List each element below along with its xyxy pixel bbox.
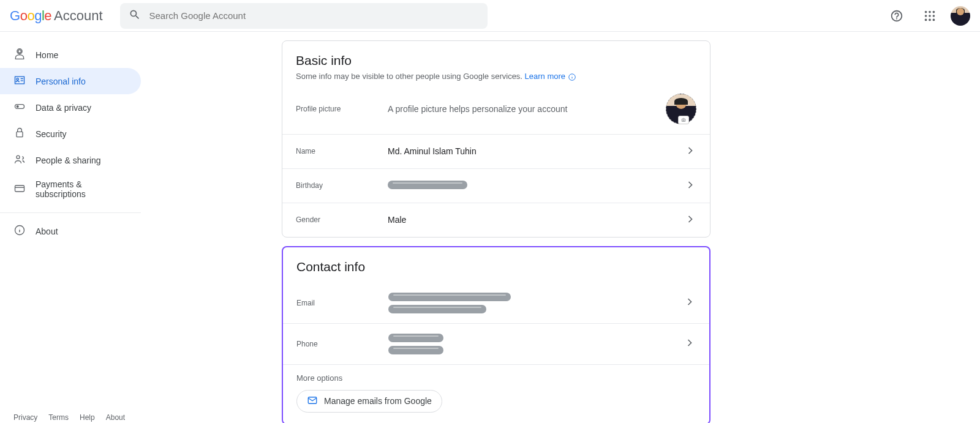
search-icon: [129, 9, 141, 23]
card-subtitle: Some info may be visible to other people…: [296, 72, 696, 81]
sidebar-item-people-sharing[interactable]: People & sharing: [0, 147, 141, 173]
row-label: Gender: [296, 215, 388, 224]
row-label: Phone: [296, 340, 388, 348]
svg-point-7: [929, 18, 931, 21]
main-content: Basic info Some info may be visible to o…: [282, 32, 980, 423]
row-value: [388, 293, 684, 313]
redacted-value: [388, 305, 486, 313]
profile-picture-row[interactable]: Profile picture A profile picture helps …: [282, 88, 710, 134]
sidebar-item-security[interactable]: Security: [0, 121, 141, 147]
svg-point-1: [929, 10, 931, 13]
name-row[interactable]: Name Md. Aminul Islam Tuhin: [282, 134, 710, 168]
sidebar-item-label: About: [36, 226, 58, 236]
sidebar-item-label: Data & privacy: [36, 103, 91, 113]
footer-privacy-link[interactable]: Privacy: [13, 413, 37, 422]
learn-more-link[interactable]: Learn more: [525, 72, 565, 81]
svg-point-13: [17, 155, 20, 159]
sidebar-item-label: People & sharing: [36, 155, 101, 165]
people-icon: [13, 153, 26, 167]
info-icon: [13, 224, 26, 238]
sidebar: Home Personal info Data & privacy Securi…: [0, 32, 159, 423]
row-label: Email: [296, 299, 388, 307]
camera-icon: [678, 116, 689, 124]
sidebar-item-payments[interactable]: Payments & subscriptions: [0, 173, 141, 205]
manage-emails-button[interactable]: Manage emails from Google: [296, 390, 442, 413]
header: Google Account: [0, 0, 980, 32]
sidebar-item-personal-info[interactable]: Personal info: [0, 68, 141, 94]
phone-row[interactable]: Phone: [283, 323, 709, 364]
header-actions: [884, 4, 970, 28]
mail-icon: [307, 395, 318, 408]
sidebar-item-data-privacy[interactable]: Data & privacy: [0, 94, 141, 121]
basic-info-card: Basic info Some info may be visible to o…: [282, 40, 710, 238]
card-title: Basic info: [296, 53, 696, 68]
email-row[interactable]: Email: [283, 283, 709, 323]
row-value: Md. Aminul Islam Tuhin: [388, 146, 684, 156]
footer-help-link[interactable]: Help: [80, 413, 95, 422]
svg-point-6: [925, 18, 927, 21]
search-bar[interactable]: [120, 3, 488, 29]
svg-rect-12: [17, 132, 23, 137]
svg-point-17: [683, 119, 684, 121]
chevron-right-icon: [684, 337, 696, 351]
product-name: Account: [54, 8, 103, 24]
subtitle-text: Some info may be visible to other people…: [296, 72, 525, 81]
svg-point-4: [929, 15, 931, 17]
row-value: [388, 334, 684, 354]
row-label: Birthday: [296, 181, 388, 190]
svg-rect-14: [15, 185, 24, 192]
redacted-value: [388, 334, 443, 342]
redacted-value: [388, 293, 511, 301]
redacted-value: [388, 181, 467, 189]
toggle-icon: [13, 100, 26, 114]
sidebar-item-label: Personal info: [36, 77, 86, 86]
sidebar-divider: [0, 212, 141, 213]
help-icon[interactable]: [884, 4, 909, 28]
svg-point-0: [925, 10, 927, 13]
sidebar-item-home[interactable]: Home: [0, 42, 141, 68]
svg-point-8: [933, 18, 935, 21]
chevron-right-icon: [684, 296, 696, 310]
svg-point-9: [17, 78, 18, 80]
row-value: [388, 181, 684, 191]
home-icon: [13, 48, 26, 62]
svg-point-2: [933, 10, 935, 13]
account-avatar[interactable]: [951, 6, 970, 26]
row-label: Profile picture: [296, 105, 388, 113]
lock-icon: [13, 127, 26, 141]
svg-point-5: [933, 15, 935, 17]
svg-point-3: [925, 15, 927, 17]
google-wordmark: Google: [10, 8, 51, 24]
sidebar-item-label: Home: [36, 50, 58, 60]
footer: Privacy Terms Help About: [13, 413, 125, 422]
info-icon: [568, 73, 576, 81]
footer-terms-link[interactable]: Terms: [48, 413, 69, 422]
chevron-right-icon: [684, 179, 696, 193]
row-label: Name: [296, 147, 388, 155]
button-label: Manage emails from Google: [324, 396, 432, 406]
chevron-right-icon: [684, 213, 696, 227]
chevron-right-icon: [684, 144, 696, 159]
row-value: Male: [388, 215, 684, 225]
sidebar-item-about[interactable]: About: [0, 218, 141, 244]
profile-picture[interactable]: [666, 94, 696, 124]
more-options-section: More options Manage emails from Google: [283, 364, 709, 423]
sidebar-item-label: Payments & subscriptions: [36, 179, 126, 199]
row-description: A profile picture helps personalize your…: [388, 104, 666, 114]
id-card-icon: [13, 74, 26, 88]
search-input[interactable]: [149, 10, 479, 21]
footer-about-link[interactable]: About: [106, 413, 125, 422]
more-options-label: More options: [296, 373, 696, 383]
apps-icon[interactable]: [918, 4, 942, 28]
gender-row[interactable]: Gender Male: [282, 203, 710, 237]
card-icon: [13, 182, 26, 197]
sidebar-item-label: Security: [36, 129, 67, 139]
google-logo[interactable]: Google Account: [10, 8, 103, 24]
contact-info-card: Contact info Email Phone More opt: [282, 246, 710, 423]
card-title: Contact info: [296, 260, 696, 274]
svg-point-11: [17, 105, 19, 108]
birthday-row[interactable]: Birthday: [282, 168, 710, 203]
redacted-value: [388, 346, 443, 354]
